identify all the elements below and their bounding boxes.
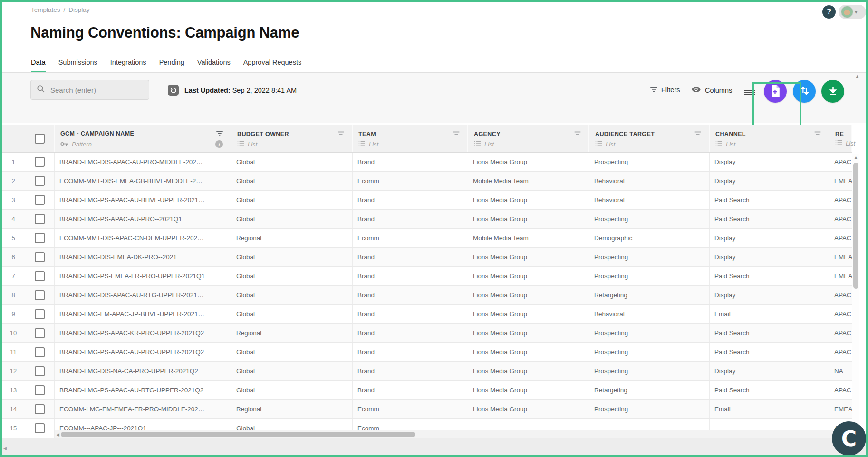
cell: APAC <box>829 191 852 209</box>
page-scroll-left-arrow[interactable]: ◀ <box>3 446 7 451</box>
scroll-left-icon[interactable]: ◀ <box>56 432 59 437</box>
row-checkbox[interactable] <box>35 271 45 281</box>
add-file-button[interactable] <box>764 80 787 103</box>
row-number: 6 <box>2 248 25 266</box>
cell: Prospecting <box>589 362 710 380</box>
row-checkbox[interactable] <box>35 385 45 395</box>
cell: Lions Media Group <box>468 191 589 209</box>
column-filter-icon[interactable] <box>453 130 460 138</box>
cell: Demographic <box>589 229 710 247</box>
search-box[interactable] <box>30 80 149 100</box>
table-row: 5ECOMM-MMT-DIS-APAC-CN-DEM-UPPER-202…Reg… <box>2 229 852 248</box>
row-checkbox[interactable] <box>35 157 45 167</box>
claravine-logo-button[interactable]: C <box>832 421 866 456</box>
table-row: 3BRAND-LMG-PS-APAC-AU-BHVL-UPPER-2021…Gl… <box>2 191 852 210</box>
tab-validations[interactable]: Validations <box>197 58 231 72</box>
cell: Global <box>231 362 353 380</box>
history-refresh-icon[interactable] <box>168 85 179 96</box>
cell: Behavioral <box>589 172 710 190</box>
data-grid: GCM - CAMPAIGN NAMEPatterniBUDGET OWNERL… <box>2 125 852 438</box>
column-filter-icon[interactable] <box>574 130 581 138</box>
vertical-scrollbar[interactable]: ▲ <box>852 154 859 432</box>
cell: BRAND-LMG-DIS-NA-CA-PRO-UPPER-2021Q2 <box>55 362 231 380</box>
row-checkbox[interactable] <box>35 176 45 186</box>
column-filter-icon[interactable] <box>694 130 701 138</box>
column-type: List <box>237 141 257 148</box>
column-filter-icon[interactable] <box>216 129 223 138</box>
cell: Global <box>231 267 353 285</box>
menu-icon[interactable] <box>744 88 755 95</box>
column-filter-icon[interactable] <box>338 130 344 138</box>
column-header-team[interactable]: TEAMList <box>353 125 468 152</box>
row-checkbox[interactable] <box>35 328 45 338</box>
breadcrumb-templates[interactable]: Templates <box>31 6 60 13</box>
tab-integrations[interactable]: Integrations <box>110 58 146 72</box>
toolbar: Last Updated: Sep 2, 2022 8:41 AM Filter… <box>2 73 866 123</box>
row-number: 12 <box>2 362 25 380</box>
column-header-budget-owner[interactable]: BUDGET OWNERList <box>231 125 353 152</box>
column-header-channel[interactable]: CHANNELList <box>710 125 829 152</box>
row-checkbox[interactable] <box>35 290 45 300</box>
download-button[interactable] <box>821 80 844 103</box>
cell: Brand <box>353 381 468 399</box>
row-checkbox-cell <box>25 419 55 438</box>
tab-pending[interactable]: Pending <box>159 58 184 72</box>
page-scroll-up-arrow[interactable]: ▲ <box>855 74 859 78</box>
table-row: 14ECOMM-LMG-EM-EMEA-FR-PRO-MIDDLE-202…Re… <box>2 400 852 419</box>
column-type-label: List <box>726 141 735 148</box>
cell: Lions Media Group <box>468 210 589 228</box>
columns-button[interactable]: Columns <box>691 86 732 94</box>
filters-button[interactable]: Filters <box>650 86 680 94</box>
row-checkbox-cell <box>25 248 55 266</box>
cell: APAC <box>829 229 852 247</box>
search-input[interactable] <box>49 86 143 95</box>
tab-approval-requests[interactable]: Approval Requests <box>243 58 302 72</box>
column-header-agency[interactable]: AGENCYList <box>468 125 589 152</box>
cell: Global <box>231 210 353 228</box>
horizontal-scroll-thumb[interactable] <box>61 432 415 437</box>
sort-button[interactable] <box>793 80 816 103</box>
cell: Brand <box>353 286 468 304</box>
row-checkbox[interactable] <box>35 404 45 414</box>
cell: Global <box>231 343 353 361</box>
row-number: 10 <box>2 324 25 342</box>
row-checkbox[interactable] <box>35 252 45 262</box>
cell: Retargeting <box>589 381 710 399</box>
table-row: 7BRAND-LMG-PS-EMEA-FR-PRO-UPPER-2021Q1Gl… <box>2 267 852 286</box>
row-checkbox[interactable] <box>35 309 45 319</box>
filter-icon <box>650 86 657 94</box>
tab-data[interactable]: Data <box>31 58 46 72</box>
column-type: List <box>715 141 735 148</box>
scroll-up-icon[interactable]: ▲ <box>852 154 859 161</box>
help-button[interactable]: ? <box>822 5 836 19</box>
row-checkbox[interactable] <box>35 233 45 243</box>
user-menu[interactable]: ▾ <box>839 5 866 19</box>
column-header-audience-target[interactable]: AUDIENCE TARGETList <box>589 125 710 152</box>
column-type: List <box>835 140 855 147</box>
info-icon[interactable]: i <box>215 140 223 148</box>
cell: Behavioral <box>589 305 710 323</box>
vertical-scroll-thumb[interactable] <box>853 163 858 289</box>
row-number: 13 <box>2 381 25 399</box>
row-checkbox[interactable] <box>35 366 45 376</box>
search-icon <box>37 85 45 95</box>
cell: Paid Search <box>710 267 829 285</box>
column-name: AUDIENCE TARGET <box>595 131 655 137</box>
last-updated-label: Last Updated: <box>184 87 231 94</box>
row-checkbox[interactable] <box>35 214 45 224</box>
row-number: 15 <box>2 419 25 438</box>
list-icon <box>595 141 602 148</box>
column-header-region[interactable]: REGIONList <box>829 125 852 152</box>
row-checkbox[interactable] <box>35 347 45 357</box>
column-filter-icon[interactable] <box>814 130 821 138</box>
row-checkbox-cell <box>25 324 55 342</box>
select-all-checkbox[interactable] <box>35 134 45 144</box>
tab-submissions[interactable]: Submissions <box>58 58 97 72</box>
cell: Mobile Media Team <box>468 229 589 247</box>
column-header-gcm-campaign-name[interactable]: GCM - CAMPAIGN NAMEPatterni <box>55 125 231 152</box>
cell: NA <box>829 362 852 380</box>
row-checkbox[interactable] <box>35 423 45 433</box>
row-checkbox[interactable] <box>35 195 45 205</box>
list-icon <box>835 140 842 147</box>
horizontal-scrollbar[interactable]: ◀ <box>55 430 852 438</box>
